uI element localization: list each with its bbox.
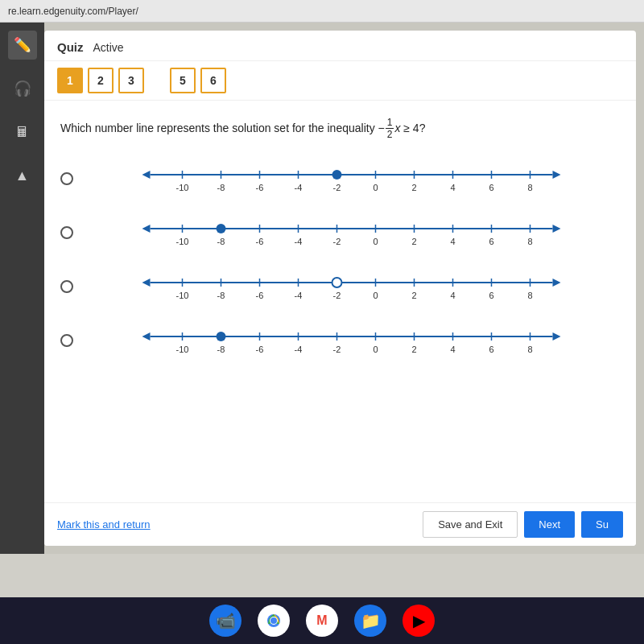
quiz-title: Quiz — [57, 40, 84, 54]
svg-text:4: 4 — [450, 237, 455, 246]
options-list: -10 -8 -6 -4 -2 0 2 4 6 8 — [60, 157, 620, 363]
svg-text:8: 8 — [527, 183, 532, 192]
svg-point-99 — [270, 617, 277, 624]
svg-text:-2: -2 — [333, 291, 341, 300]
svg-text:-4: -4 — [295, 237, 303, 246]
tab-6[interactable]: 6 — [200, 68, 226, 93]
quiz-header: Quiz Active — [44, 31, 636, 61]
svg-text:4: 4 — [450, 183, 455, 192]
svg-text:6: 6 — [489, 345, 493, 354]
tab-5[interactable]: 5 — [170, 68, 196, 93]
svg-text:-10: -10 — [176, 183, 189, 192]
svg-text:-2: -2 — [333, 183, 341, 192]
number-line-1: -10 -8 -6 -4 -2 0 2 4 6 8 — [83, 157, 620, 201]
browser-bar: re.learn.edgenuity.com/Player/ — [0, 0, 644, 23]
svg-text:6: 6 — [489, 183, 493, 192]
svg-marker-2 — [142, 171, 151, 179]
headphones-icon[interactable]: 🎧 — [8, 74, 37, 103]
gmail-icon[interactable]: M — [306, 605, 338, 637]
browser-url: re.learn.edgenuity.com/Player/ — [8, 6, 138, 17]
svg-text:-6: -6 — [256, 291, 264, 300]
taskbar: 📹 M 📁 ▶ — [0, 597, 644, 644]
next-button[interactable]: Next — [524, 511, 575, 538]
video-icon[interactable]: 📹 — [209, 605, 242, 637]
chrome-icon[interactable] — [258, 605, 290, 637]
svg-text:4: 4 — [450, 345, 455, 354]
svg-text:0: 0 — [373, 183, 378, 192]
svg-text:2: 2 — [411, 237, 416, 246]
pencil-icon[interactable]: ✏️ — [8, 31, 37, 60]
svg-marker-73 — [553, 332, 561, 341]
sidebar: ✏️ 🎧 🖩 ▲ — [0, 23, 44, 554]
svg-marker-25 — [553, 225, 561, 233]
svg-text:-4: -4 — [295, 291, 303, 300]
svg-text:-4: -4 — [295, 345, 303, 354]
svg-text:2: 2 — [411, 345, 416, 354]
svg-text:-10: -10 — [176, 291, 189, 300]
quiz-status: Active — [93, 41, 124, 54]
svg-text:-4: -4 — [295, 183, 303, 192]
svg-text:-8: -8 — [217, 237, 225, 246]
mark-return-link[interactable]: Mark this and return — [57, 518, 151, 530]
bottom-bar: Mark this and return Save and Exit Next … — [44, 502, 636, 546]
radio-4[interactable] — [60, 334, 73, 347]
svg-point-23 — [332, 170, 342, 180]
svg-text:-10: -10 — [176, 345, 189, 354]
files-icon[interactable]: 📁 — [354, 605, 386, 637]
svg-text:2: 2 — [411, 183, 416, 192]
svg-point-47 — [217, 224, 226, 233]
svg-text:-10: -10 — [176, 237, 189, 246]
svg-marker-74 — [142, 332, 151, 341]
question-text: Which number line represents the solutio… — [60, 117, 620, 141]
svg-marker-26 — [142, 225, 151, 233]
radio-2[interactable] — [60, 226, 73, 239]
tab-3[interactable]: 3 — [118, 68, 144, 93]
svg-text:-6: -6 — [256, 345, 264, 354]
radio-1[interactable] — [60, 172, 73, 185]
svg-text:0: 0 — [373, 345, 378, 354]
svg-marker-49 — [553, 279, 561, 287]
svg-text:0: 0 — [373, 291, 378, 300]
svg-text:-2: -2 — [333, 237, 341, 246]
svg-point-95 — [217, 332, 226, 341]
svg-text:2: 2 — [411, 291, 416, 300]
number-line-2: -10 -8 -6 -4 -2 0 2 4 6 8 — [83, 211, 620, 255]
tab-2[interactable]: 2 — [88, 68, 114, 93]
youtube-icon[interactable]: ▶ — [402, 605, 435, 637]
svg-text:6: 6 — [489, 237, 493, 246]
main-area: ✏️ 🎧 🖩 ▲ Quiz Active 1 2 3 5 6 Which num… — [0, 23, 644, 554]
question-area: Which number line represents the solutio… — [44, 101, 636, 502]
quiz-panel: Quiz Active 1 2 3 5 6 Which number line … — [44, 31, 636, 546]
svg-text:-8: -8 — [217, 183, 225, 192]
option-row-3: -10 -8 -6 -4 -2 0 2 4 6 8 — [60, 265, 620, 309]
svg-text:8: 8 — [527, 291, 532, 300]
number-line-4: -10 -8 -6 -4 -2 0 2 4 6 8 — [83, 319, 620, 363]
svg-text:-8: -8 — [217, 345, 225, 354]
svg-marker-50 — [142, 279, 151, 287]
submit-button[interactable]: Su — [581, 511, 623, 538]
svg-text:0: 0 — [373, 237, 378, 246]
svg-text:-6: -6 — [256, 237, 264, 246]
tab-1[interactable]: 1 — [57, 68, 83, 93]
svg-text:4: 4 — [450, 291, 455, 300]
option-row-1: -10 -8 -6 -4 -2 0 2 4 6 8 — [60, 157, 620, 201]
svg-point-71 — [332, 278, 342, 287]
option-row-2: -10 -8 -6 -4 -2 0 2 4 6 8 — [60, 211, 620, 255]
svg-text:-8: -8 — [217, 291, 225, 300]
svg-text:8: 8 — [527, 237, 532, 246]
radio-3[interactable] — [60, 280, 73, 293]
svg-text:-6: -6 — [256, 183, 264, 192]
number-line-3: -10 -8 -6 -4 -2 0 2 4 6 8 — [83, 265, 620, 309]
svg-marker-1 — [553, 171, 561, 179]
quiz-tabs: 1 2 3 5 6 — [44, 61, 636, 101]
save-exit-button[interactable]: Save and Exit — [423, 511, 518, 538]
svg-text:8: 8 — [527, 345, 532, 354]
bottom-buttons: Save and Exit Next Su — [423, 511, 623, 538]
calculator-icon[interactable]: 🖩 — [8, 118, 37, 147]
arrow-up-icon[interactable]: ▲ — [8, 161, 37, 190]
svg-text:-2: -2 — [333, 345, 341, 354]
option-row-4: -10 -8 -6 -4 -2 0 2 4 6 8 — [60, 319, 620, 363]
svg-text:6: 6 — [489, 291, 493, 300]
